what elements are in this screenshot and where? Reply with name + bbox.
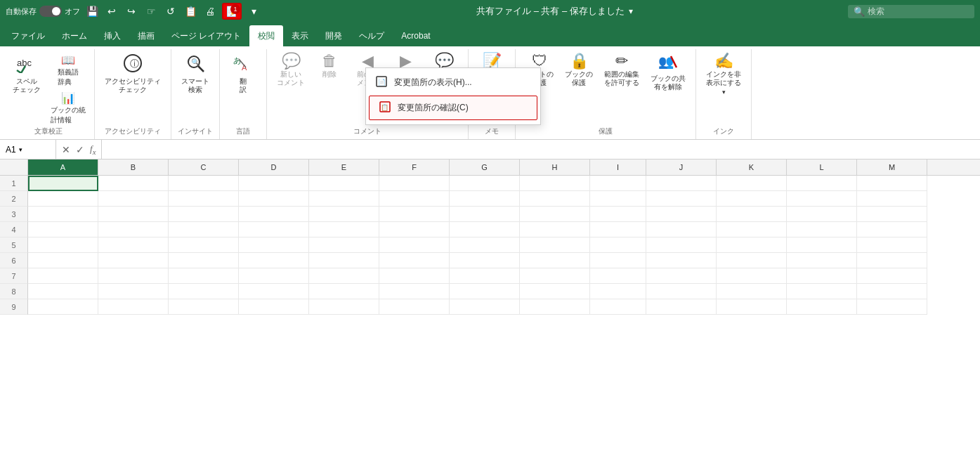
workbook-stats-button[interactable]: 📊 ブックの統計情報 (48, 90, 89, 126)
cell-B2[interactable] (98, 191, 169, 207)
cell-H5[interactable] (520, 238, 590, 253)
cell-J5[interactable] (646, 238, 717, 253)
cell-M5[interactable] (857, 238, 927, 253)
protect-workbook-button[interactable]: 🔒 ブックの保護 (561, 52, 597, 89)
cell-B1[interactable] (98, 176, 169, 191)
cell-F9[interactable] (379, 299, 450, 315)
tab-acrobat[interactable]: Acrobat (393, 25, 438, 46)
col-header-k[interactable]: K (717, 160, 787, 175)
cell-B9[interactable] (98, 299, 169, 315)
col-header-d[interactable]: D (239, 160, 309, 175)
cell-G6[interactable] (450, 253, 520, 268)
cell-A8[interactable] (28, 284, 98, 299)
cell-I1[interactable] (590, 176, 646, 191)
cell-E4[interactable] (309, 222, 379, 238)
next-comment-button[interactable]: ▶ 次のコメント (388, 52, 423, 89)
cell-B6[interactable] (98, 253, 169, 268)
form-icon[interactable]: 📋 (183, 4, 198, 19)
tab-draw[interactable]: 描画 (129, 25, 163, 46)
col-header-m[interactable]: M (857, 160, 927, 175)
cell-I6[interactable] (590, 253, 646, 268)
cell-I2[interactable] (590, 191, 646, 207)
cell-G5[interactable] (450, 238, 520, 253)
cell-B4[interactable] (98, 222, 169, 238)
cell-L6[interactable] (787, 253, 857, 268)
cell-D3[interactable] (239, 207, 309, 222)
cell-E8[interactable] (309, 284, 379, 299)
cell-D9[interactable] (239, 299, 309, 315)
cell-K8[interactable] (717, 284, 787, 299)
col-header-c[interactable]: C (169, 160, 239, 175)
formula-input[interactable] (102, 145, 980, 155)
col-header-e[interactable]: E (309, 160, 379, 175)
cell-B5[interactable] (98, 238, 169, 253)
insert-function-icon[interactable]: fx (89, 142, 97, 157)
cell-L1[interactable] (787, 176, 857, 191)
col-header-j[interactable]: J (646, 160, 717, 175)
cell-G3[interactable] (450, 207, 520, 222)
cell-L8[interactable] (787, 284, 857, 299)
cell-G7[interactable] (450, 268, 520, 284)
cell-G9[interactable] (450, 299, 520, 315)
cell-J1[interactable] (646, 176, 717, 191)
auto-save-toggle[interactable]: 自動保存 オフ (6, 6, 80, 17)
cell-E5[interactable] (309, 238, 379, 253)
cell-H9[interactable] (520, 299, 590, 315)
cancel-formula-icon[interactable]: ✕ (60, 143, 72, 157)
cell-H3[interactable] (520, 207, 590, 222)
translate-button[interactable]: あ A 翻訳 (226, 52, 261, 96)
undo-icon[interactable]: ↩ (104, 4, 119, 19)
col-header-i[interactable]: I (590, 160, 646, 175)
cell-F8[interactable] (379, 284, 450, 299)
cell-G8[interactable] (450, 284, 520, 299)
cell-F4[interactable] (379, 222, 450, 238)
cell-C2[interactable] (169, 191, 239, 207)
cell-K2[interactable] (717, 191, 787, 207)
spellcheck-button[interactable]: abc スペルチェック (8, 52, 45, 96)
tab-dev[interactable]: 開発 (317, 25, 351, 46)
unshare-button[interactable]: 👥 ブックの共有を解除 (646, 52, 690, 93)
cell-ref-dropdown[interactable]: ▾ (19, 146, 22, 153)
cell-C1[interactable] (169, 176, 239, 191)
cell-E2[interactable] (309, 191, 379, 207)
protect-sheet-button[interactable]: 🛡 シートの保護 (521, 52, 558, 89)
cell-D1[interactable] (239, 176, 309, 191)
cell-C9[interactable] (169, 299, 239, 315)
cell-K9[interactable] (717, 299, 787, 315)
smart-search-button[interactable]: 🔍 スマート検索 (177, 52, 214, 96)
col-header-b[interactable]: B (98, 160, 169, 175)
cell-E1[interactable] (309, 176, 379, 191)
cell-F2[interactable] (379, 191, 450, 207)
toggle-switch[interactable] (39, 6, 62, 17)
thesaurus-button[interactable]: 📖 類義語辞典 (48, 52, 89, 89)
cell-C4[interactable] (169, 222, 239, 238)
cell-F5[interactable] (379, 238, 450, 253)
cell-F3[interactable] (379, 207, 450, 222)
tab-insert[interactable]: 挿入 (96, 25, 129, 46)
cell-H4[interactable] (520, 222, 590, 238)
cell-M9[interactable] (857, 299, 927, 315)
cell-B7[interactable] (98, 268, 169, 284)
cell-I9[interactable] (590, 299, 646, 315)
cell-B3[interactable] (98, 207, 169, 222)
cell-D8[interactable] (239, 284, 309, 299)
cell-A7[interactable] (28, 268, 98, 284)
cell-I4[interactable] (590, 222, 646, 238)
title-dropdown-icon[interactable]: ▾ (629, 6, 633, 16)
tab-review[interactable]: 校閲 (249, 25, 283, 46)
cell-H2[interactable] (520, 191, 590, 207)
save-icon[interactable]: 💾 (84, 4, 100, 19)
cell-G4[interactable] (450, 222, 520, 238)
cell-C5[interactable] (169, 238, 239, 253)
cell-D2[interactable] (239, 191, 309, 207)
cell-G1[interactable] (450, 176, 520, 191)
cell-D7[interactable] (239, 268, 309, 284)
col-header-f[interactable]: F (379, 160, 450, 175)
cell-M2[interactable] (857, 191, 927, 207)
tab-home[interactable]: ホーム (53, 25, 96, 46)
cell-L5[interactable] (787, 238, 857, 253)
cell-F1[interactable] (379, 176, 450, 191)
cell-L4[interactable] (787, 222, 857, 238)
confirm-formula-icon[interactable]: ✓ (74, 143, 86, 157)
cell-ref-box[interactable]: A1 ▾ (0, 140, 56, 159)
